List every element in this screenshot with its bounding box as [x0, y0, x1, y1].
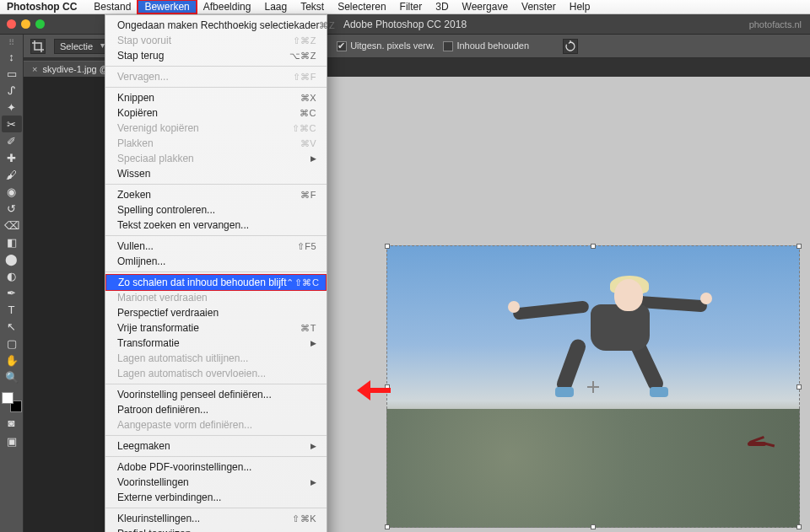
- menu-item[interactable]: Externe verbindingen...: [105, 490, 327, 505]
- checkbox-icon: [337, 41, 347, 51]
- menu-item-label: Voorinstelling penseel definiëren...: [117, 388, 272, 401]
- menu-item-shortcut: ⌘Z: [319, 19, 335, 32]
- brush-tool[interactable]: 🖌: [2, 166, 22, 183]
- menu-item-label: Adobe PDF-voorinstellingen...: [117, 460, 251, 474]
- close-window-button[interactable]: [7, 19, 16, 29]
- checkbox-icon: [443, 41, 453, 51]
- menu-item-shortcut: ⌘C: [300, 106, 316, 120]
- menubar-item-filter[interactable]: Filter: [393, 0, 429, 13]
- menubar-item-selecteren[interactable]: Selecteren: [331, 0, 392, 13]
- menu-item[interactable]: Adobe PDF-voorinstellingen...: [105, 459, 327, 475]
- shape-tool[interactable]: ▢: [2, 335, 22, 352]
- app-name: Photoshop CC: [7, 1, 77, 13]
- menubar-item-tekst[interactable]: Tekst: [294, 0, 331, 13]
- menu-item-label: Kopiëren: [117, 106, 158, 120]
- crop-tool[interactable]: ✂: [2, 116, 22, 132]
- eyedropper-tool[interactable]: ✐: [2, 132, 22, 149]
- close-tab-icon[interactable]: ×: [32, 64, 37, 74]
- menu-item: Stap vooruit⇧⌘Z: [105, 33, 327, 48]
- lasso-tool[interactable]: ᔑ: [2, 82, 22, 99]
- menu-item[interactable]: Transformatie: [105, 336, 327, 351]
- screen-mode-button[interactable]: ▣: [2, 433, 22, 449]
- menu-item-label: Verenigd kopiëren: [117, 121, 199, 135]
- menubar-item-weergave[interactable]: Weergave: [456, 0, 515, 13]
- menu-item[interactable]: Stap terug⌥⌘Z: [105, 48, 327, 63]
- menu-item-label: Vrije transformatie: [117, 321, 199, 335]
- type-tool[interactable]: T: [2, 301, 22, 318]
- menubar-item-bewerken[interactable]: Bewerken: [138, 0, 196, 13]
- skydiver-distant: [741, 438, 775, 452]
- menu-item[interactable]: Profiel toewijzen...: [105, 526, 327, 532]
- menu-item-shortcut: ⇧⌘K: [292, 512, 316, 525]
- menu-item[interactable]: Voorinstelling penseel definiëren...: [105, 387, 327, 402]
- history-brush-tool[interactable]: ↺: [2, 200, 22, 217]
- menubar-item-venster[interactable]: Venster: [515, 0, 563, 13]
- menubar-item-3d[interactable]: 3D: [429, 0, 455, 13]
- hand-tool[interactable]: ✋: [2, 352, 22, 368]
- quick-mask-button[interactable]: ◙: [2, 414, 22, 431]
- menu-item[interactable]: Leegmaken: [105, 438, 327, 454]
- menu-item-label: Transformatie: [117, 336, 180, 350]
- maximize-window-button[interactable]: [35, 19, 45, 29]
- stamp-tool[interactable]: ◉: [2, 183, 22, 200]
- menu-item-shortcut: ⌃⇧⌘C: [286, 276, 319, 289]
- crop-mode-select[interactable]: Selectie: [54, 39, 109, 54]
- move-tool[interactable]: ↕: [2, 48, 22, 65]
- annotation-arrow-icon: [357, 380, 391, 400]
- quick-select-tool[interactable]: ✦: [2, 99, 22, 116]
- menubar-item-help[interactable]: Help: [563, 0, 597, 13]
- menubar-item-afbeelding[interactable]: Afbeelding: [197, 0, 258, 13]
- menu-item[interactable]: Tekst zoeken en vervangen...: [105, 218, 327, 233]
- foreground-swatch[interactable]: [2, 392, 14, 404]
- checkbox-label: Uitgesn. pixels verw.: [350, 40, 435, 51]
- menu-item[interactable]: Kleurinstellingen...⇧⌘K: [105, 511, 327, 526]
- menu-item-label: Ongedaan maken Rechthoekig selectiekader: [117, 19, 319, 32]
- eraser-tool[interactable]: ⌫: [2, 217, 22, 234]
- minimize-window-button[interactable]: [21, 19, 30, 29]
- menubar-item-bestand[interactable]: Bestand: [87, 0, 138, 13]
- menu-item[interactable]: Patroon definiëren...: [105, 402, 327, 417]
- pen-tool[interactable]: ✒: [2, 284, 22, 301]
- menu-item[interactable]: Wissen: [105, 166, 327, 181]
- menu-item[interactable]: Kopiëren⌘C: [105, 105, 327, 121]
- menu-item-label: Patroon definiëren...: [117, 403, 208, 416]
- zoom-tool[interactable]: 🔍: [2, 368, 22, 385]
- menu-item-label: Externe verbindingen...: [117, 491, 221, 504]
- menu-item[interactable]: Zoeken⌘F: [105, 187, 327, 202]
- menu-item[interactable]: Omlijnen...: [105, 254, 327, 269]
- menu-item[interactable]: Vrije transformatie⌘T: [105, 320, 327, 336]
- crop-tool-icon: [30, 39, 46, 54]
- menu-item-label: Tekst zoeken en vervangen...: [117, 218, 249, 232]
- menu-item[interactable]: Knippen⌘X: [105, 90, 327, 105]
- marquee-tool[interactable]: ▭: [2, 65, 22, 82]
- menu-item-label: Lagen automatisch overvloeien...: [117, 367, 266, 380]
- menu-item-shortcut: ⌘F: [300, 188, 316, 202]
- menu-item[interactable]: Spelling controleren...: [105, 202, 327, 218]
- menu-item-label: Kleurinstellingen...: [117, 512, 200, 525]
- menu-item-label: Vervagen...: [117, 70, 169, 83]
- menu-item-label: Knippen: [117, 91, 154, 105]
- menu-item: Lagen automatisch overvloeien...: [105, 366, 327, 381]
- blur-tool[interactable]: ⬤: [2, 250, 22, 267]
- color-swatches[interactable]: [2, 392, 22, 412]
- delete-cropped-checkbox[interactable]: Uitgesn. pixels verw.: [337, 40, 435, 51]
- menu-item[interactable]: Perspectief verdraaien: [105, 305, 327, 320]
- gradient-tool[interactable]: ◧: [2, 234, 22, 250]
- menu-item-shortcut: ⇧⌘F: [293, 70, 316, 83]
- content-aware-checkbox[interactable]: Inhoud behouden: [443, 40, 529, 51]
- menu-item-label: Perspectief verdraaien: [117, 306, 219, 320]
- healing-tool[interactable]: ✚: [2, 149, 22, 166]
- path-select-tool[interactable]: ↖: [2, 318, 22, 335]
- menu-item[interactable]: Zo schalen dat inhoud behouden blijft⌃⇧⌘…: [105, 274, 327, 291]
- reset-crop-button[interactable]: [563, 39, 578, 54]
- panel-grip-icon[interactable]: ⠿: [2, 38, 22, 46]
- menu-item-shortcut: ⇧⌘C: [292, 121, 316, 135]
- menubar-item-laag[interactable]: Laag: [257, 0, 294, 13]
- document-image[interactable]: [386, 245, 800, 528]
- dodge-tool[interactable]: ◐: [2, 267, 22, 284]
- menu-item[interactable]: Voorinstellingen: [105, 475, 327, 490]
- transform-center-icon[interactable]: [587, 381, 599, 393]
- menu-item[interactable]: Ongedaan maken Rechthoekig selectiekader…: [105, 18, 327, 33]
- menu-item[interactable]: Vullen...⇧F5: [105, 239, 327, 254]
- menu-item: Plakken⌘V: [105, 136, 327, 151]
